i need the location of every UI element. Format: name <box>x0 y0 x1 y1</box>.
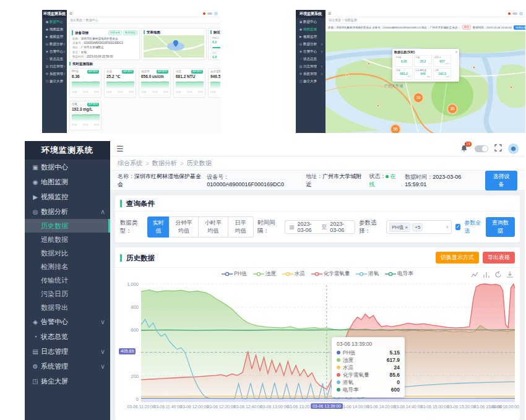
data-type-分钟平均值[interactable]: 分钟平均值 <box>169 216 199 238</box>
panel-badge[interactable]: 选择设备 <box>108 30 123 35</box>
x-tick-highlighted[interactable]: 03-06 13:39:00 <box>311 403 343 409</box>
hamburger-icon[interactable]: ☰ <box>116 144 124 153</box>
avatar[interactable] <box>214 12 218 15</box>
datazoom-strip[interactable] <box>141 400 515 402</box>
cluster-marker[interactable]: 16 <box>413 93 423 103</box>
mini-map[interactable] <box>144 35 204 58</box>
sidebar-item-地图监测[interactable]: ◉地图监测 <box>42 25 67 33</box>
hamburger-icon[interactable]: ☰ <box>69 11 72 15</box>
device-marker[interactable] <box>346 74 348 76</box>
bell-icon[interactable]: 19 <box>460 144 468 153</box>
sidebar-item-状态总览[interactable]: ◔状态总览 <box>25 329 110 344</box>
close-icon[interactable]: × <box>455 50 457 54</box>
sparkline-x-labels: 15:4015:5015:59 <box>141 91 168 93</box>
sidebar-subitem-数据对比[interactable]: 数据对比 <box>25 246 110 260</box>
sparkline-x-label: 15:59 <box>163 91 169 93</box>
breadcrumb-item[interactable]: 综合系统 <box>118 159 142 168</box>
device-marker[interactable] <box>377 105 379 107</box>
sidebar-item-扬尘大屏[interactable]: ◳扬尘大屏 <box>42 77 67 85</box>
sidebar-item-系统管理[interactable]: ⚙系统管理∨ <box>25 359 110 374</box>
hamburger-icon[interactable]: ☰ <box>328 11 331 15</box>
param-tag[interactable]: PH值 × <box>389 223 410 232</box>
chart-area[interactable]: 1,0008006002000 405.69 03-06 11:20:0003-… <box>120 280 515 415</box>
sidebar-item-告警中心[interactable]: ◈告警中心∨ <box>25 314 110 329</box>
sidebar-item-状态总览[interactable]: ◔状态总览 <box>296 55 326 62</box>
device-marker[interactable] <box>473 66 475 69</box>
line-chart-icon[interactable] <box>471 270 478 281</box>
sidebar-item-数据中心[interactable]: ▣数据中心 <box>296 18 326 25</box>
sidebar-item-告警中心[interactable]: ◈告警中心∨ <box>42 48 67 55</box>
sidebar-item-视频监控[interactable]: ▶视频监控 <box>25 189 110 204</box>
sidebar-subitem-巡航数据[interactable]: 巡航数据 <box>25 233 110 246</box>
sidebar-item-系统管理[interactable]: ⚙系统管理∨ <box>42 70 67 77</box>
cluster-marker[interactable]: 56 <box>390 124 400 133</box>
sidebar-item-地图监测[interactable]: ◉地图监测 <box>25 174 110 189</box>
sidebar-item-数据中心[interactable]: ▣数据中心 <box>25 160 110 174</box>
fullscreen-icon[interactable] <box>494 143 502 154</box>
sidebar-item-视频监控[interactable]: ▶视频监控 <box>296 33 326 40</box>
switch-display-button[interactable]: 切换显示方式 <box>436 252 479 264</box>
sidebar-subitem-数据导出[interactable]: 数据导出 <box>25 301 110 314</box>
tooltip-title: 03-06 13:39:00 <box>337 341 400 347</box>
device-marker[interactable] <box>510 86 512 88</box>
data-type-实时值[interactable]: 实时值 <box>147 216 170 238</box>
sidebar-item-数据分析[interactable]: ◎数据分析∧ <box>25 204 110 219</box>
legend-item-浊度[interactable]: 浊度 <box>253 270 276 278</box>
sidebar-item-告警中心[interactable]: ◈告警中心∨ <box>296 48 326 55</box>
sidebar-subitem-检测排名[interactable]: 检测排名 <box>25 260 110 273</box>
breadcrumb-item[interactable]: 历史数据 <box>187 159 212 168</box>
sidebar-item-数据分析[interactable]: ◎数据分析∨ <box>42 40 67 48</box>
cluster-marker[interactable]: 30 <box>447 104 457 114</box>
sidebar-item-视频监控[interactable]: ▶视频监控 <box>42 33 67 40</box>
theme-toggle[interactable] <box>512 12 517 15</box>
map-area[interactable]: 163056广州大学城数据信息(实时)×PH值6.36水温25.2℃电导率657… <box>326 32 525 133</box>
restore-icon[interactable] <box>494 270 502 281</box>
chevron-down-icon: ∨ <box>100 362 105 371</box>
sidebar-item-日志管理[interactable]: ▤日志管理∨ <box>25 344 110 359</box>
legend-item-溶氧[interactable]: 溶氧 <box>356 270 379 278</box>
legend-item-化学需氧量[interactable]: 化学需氧量 <box>311 270 350 278</box>
bar-chart-icon[interactable] <box>483 270 490 281</box>
sidebar-subitem-历史数据[interactable]: 历史数据 <box>25 219 110 233</box>
sidebar-subitem-传输统计[interactable]: 传输统计 <box>25 273 110 287</box>
query-data-button[interactable]: 查询数据 <box>486 217 515 237</box>
data-type-日平均值[interactable]: 日平均值 <box>228 216 254 238</box>
legend-item-PH值[interactable]: PH值 <box>222 270 246 278</box>
map-canvas[interactable]: 163056广州大学城 <box>326 32 525 133</box>
date-range-picker[interactable]: ▦ 2023-03-06 至 2023-03-06 <box>285 220 355 234</box>
theme-toggle[interactable] <box>207 12 212 15</box>
sidebar-item-数据中心[interactable]: ▣数据中心 <box>42 18 67 25</box>
sidebar-item-日志管理[interactable]: ▤日志管理∨ <box>296 62 326 70</box>
avatar[interactable] <box>519 12 523 15</box>
sidebar-item-地图监测[interactable]: ◉地图监测 <box>296 25 326 33</box>
legend-item-水温[interactable]: 水温 <box>282 270 305 278</box>
sidebar-item-数据分析[interactable]: ◎数据分析∨ <box>296 40 326 48</box>
sidebar-item-日志管理[interactable]: ▤日志管理∨ <box>42 62 67 70</box>
sidebar-subitem-污染日历[interactable]: 污染日历 <box>25 287 110 301</box>
date-to[interactable]: 2023-03-06 <box>330 221 351 233</box>
download-icon[interactable] <box>506 270 514 281</box>
sidebar-item-扬尘大屏[interactable]: ◳扬尘大屏 <box>296 77 326 85</box>
bell-icon[interactable] <box>508 12 511 15</box>
export-table-button[interactable]: 导出表格 <box>483 252 515 264</box>
tag-close-icon[interactable]: × <box>405 225 408 230</box>
mini-topbar-icons <box>508 12 523 15</box>
date-from[interactable]: 2023-03-06 <box>298 221 319 233</box>
sidebar-item-状态总览[interactable]: ◔状态总览 <box>42 55 67 62</box>
sidebar-item-系统管理[interactable]: ⚙系统管理∨ <box>296 70 326 77</box>
bell-icon[interactable] <box>203 12 205 15</box>
select-device-button[interactable]: 选择设备 <box>485 171 517 191</box>
select-device-button[interactable]: 选择设备 <box>514 25 525 30</box>
popup-metric-unit: NTU <box>396 76 412 79</box>
avatar[interactable]: ☻ <box>508 144 519 154</box>
sidebar-item-扬尘大屏[interactable]: ◳扬尘大屏 <box>25 374 110 388</box>
select-all-checkbox[interactable]: ✓ <box>455 224 460 230</box>
device-marker[interactable] <box>368 62 370 65</box>
panel-badge[interactable]: 数据报告 <box>123 30 137 35</box>
theme-toggle[interactable] <box>475 145 488 152</box>
param-multiselect[interactable]: PH值 × +5 ∨ <box>386 220 452 234</box>
data-type-小时平均值[interactable]: 小时平均值 <box>198 216 228 238</box>
legend-item-电导率[interactable]: 电导率 <box>385 270 413 278</box>
breadcrumb-item[interactable]: 数据分析 <box>152 159 177 168</box>
line-chart[interactable] <box>141 280 515 403</box>
